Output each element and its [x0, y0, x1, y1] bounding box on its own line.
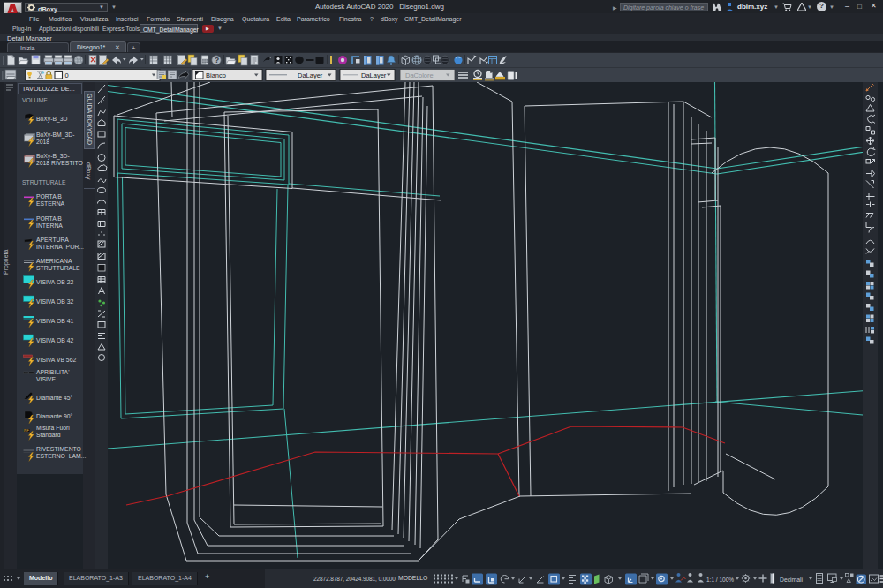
svg-text:1:1 / 100%: 1:1 / 100%: [706, 577, 734, 583]
svg-text:Bianco: Bianco: [206, 72, 226, 79]
svg-text:Decimali: Decimali: [780, 577, 804, 583]
svg-text:0: 0: [65, 72, 69, 79]
svg-text:DaColore: DaColore: [405, 72, 434, 79]
svg-text:DaLayer: DaLayer: [298, 72, 323, 79]
svg-text:DaLayer: DaLayer: [361, 72, 387, 79]
svg-text:INF: INF: [24, 428, 30, 433]
